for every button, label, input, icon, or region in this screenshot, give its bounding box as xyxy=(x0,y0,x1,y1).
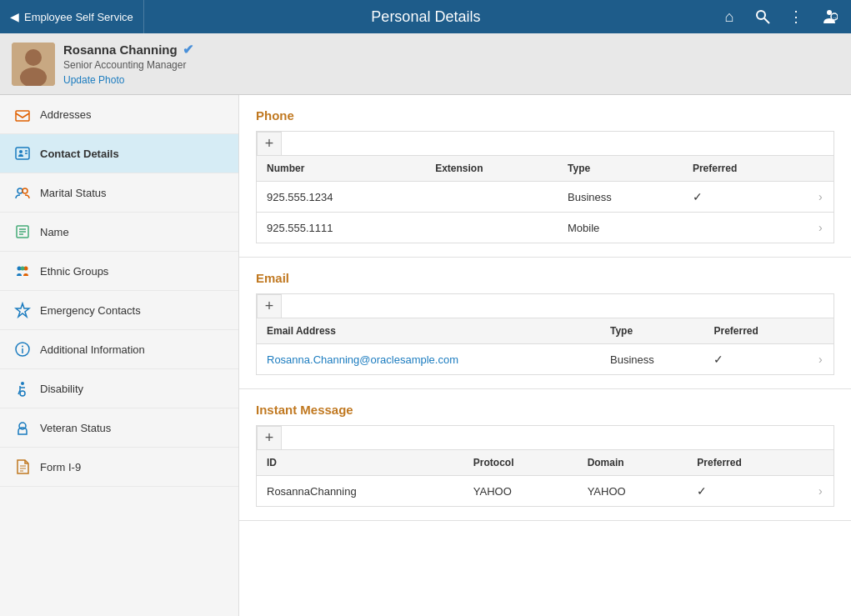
svg-point-6 xyxy=(25,49,42,66)
email-table-wrapper: Email Address Type Preferred Rosanna.Cha… xyxy=(256,318,834,375)
contact-details-icon xyxy=(13,144,32,163)
email-table: Email Address Type Preferred Rosanna.Cha… xyxy=(257,318,833,374)
phone-chevron-1: › xyxy=(808,182,833,213)
sidebar-item-name[interactable]: Name xyxy=(0,213,238,252)
user-area: Rosanna Channing ✔ Senior Accounting Man… xyxy=(0,33,851,95)
sidebar-item-disability[interactable]: Disability xyxy=(0,369,238,408)
im-domain-1: YAHOO xyxy=(578,476,688,507)
page-title: Personal Details xyxy=(144,8,708,26)
avatar xyxy=(12,43,55,86)
phone-chevron-2: › xyxy=(808,213,833,243)
phone-add-button[interactable]: + xyxy=(257,132,282,155)
email-col-type: Type xyxy=(600,318,703,344)
email-type-1: Business xyxy=(600,344,703,375)
im-col-id: ID xyxy=(257,450,463,476)
svg-point-0 xyxy=(757,11,765,19)
email-col-action xyxy=(808,318,833,344)
phone-section-title: Phone xyxy=(256,108,834,123)
email-address-1: Rosanna.Channing@oraclesample.com xyxy=(257,344,600,375)
phone-row-1[interactable]: 925.555.1234 Business ✓ › xyxy=(257,182,833,213)
header-icons: ⌂ ⋮ → xyxy=(708,2,851,32)
main-layout: Addresses Contact Details xyxy=(0,95,851,616)
svg-point-13 xyxy=(18,188,23,193)
phone-col-extension: Extension xyxy=(425,156,558,182)
im-add-button-wrapper: + xyxy=(256,425,834,449)
phone-section: Phone + Number Extension Type Preferred xyxy=(239,95,851,258)
veteran-status-label: Veteran Status xyxy=(40,422,111,434)
disability-label: Disability xyxy=(40,383,83,395)
sidebar-item-additional-information[interactable]: Additional Information xyxy=(0,330,238,369)
im-chevron-1: › xyxy=(808,476,833,507)
sidebar: Addresses Contact Details xyxy=(0,95,239,616)
svg-point-14 xyxy=(23,188,28,193)
email-add-button[interactable]: + xyxy=(257,294,282,318)
email-row-1[interactable]: Rosanna.Channing@oraclesample.com Busine… xyxy=(257,344,833,375)
ethnic-groups-icon xyxy=(13,262,32,280)
sidebar-item-emergency-contacts[interactable]: Emergency Contacts xyxy=(0,291,238,330)
home-button[interactable]: ⌂ xyxy=(714,2,744,32)
svg-point-25 xyxy=(21,382,24,385)
im-protocol-1: YAHOO xyxy=(463,476,578,507)
sidebar-item-veteran-status[interactable]: Veteran Status xyxy=(0,408,238,448)
im-col-preferred: Preferred xyxy=(687,450,808,476)
im-col-action xyxy=(808,450,833,476)
im-row-1[interactable]: RosannaChanning YAHOO YAHOO ✓ › xyxy=(257,476,833,507)
ethnic-groups-label: Ethnic Groups xyxy=(40,265,108,278)
emergency-contacts-label: Emergency Contacts xyxy=(40,304,141,317)
phone-col-type: Type xyxy=(558,156,683,182)
header: ◀ Employee Self Service Personal Details… xyxy=(0,0,851,33)
back-arrow-icon: ◀ xyxy=(10,10,19,23)
sidebar-item-form-i9[interactable]: Form I-9 xyxy=(0,448,238,487)
email-preferred-1: ✓ xyxy=(703,344,808,375)
svg-text:→: → xyxy=(832,15,838,21)
im-add-button[interactable]: + xyxy=(257,426,282,449)
email-add-button-wrapper: + xyxy=(256,293,834,318)
additional-information-label: Additional Information xyxy=(40,343,145,356)
search-button[interactable] xyxy=(748,2,778,32)
email-section-title: Email xyxy=(256,271,834,285)
disability-icon xyxy=(13,379,32,398)
svg-point-21 xyxy=(21,267,25,271)
sidebar-item-marital-status[interactable]: Marital Status xyxy=(0,173,238,213)
form-i9-icon xyxy=(13,458,32,476)
phone-preferred-2 xyxy=(683,213,808,243)
svg-point-10 xyxy=(19,150,23,153)
phone-row-2[interactable]: 925.555.1111 Mobile › xyxy=(257,213,833,243)
back-button[interactable]: ◀ Employee Self Service xyxy=(0,0,144,33)
im-id-1: RosannaChanning xyxy=(257,476,463,507)
im-col-protocol: Protocol xyxy=(463,450,578,476)
svg-rect-8 xyxy=(16,111,29,121)
phone-type-2: Mobile xyxy=(558,213,683,243)
instant-message-section-title: Instant Message xyxy=(256,403,834,417)
more-options-button[interactable]: ⋮ xyxy=(781,2,811,32)
addresses-label: Addresses xyxy=(40,108,91,121)
addresses-icon xyxy=(13,105,32,123)
phone-number-2: 925.555.1111 xyxy=(257,213,425,243)
sidebar-item-addresses[interactable]: Addresses xyxy=(0,95,238,134)
im-header-row: ID Protocol Domain Preferred xyxy=(257,450,833,476)
phone-col-preferred: Preferred xyxy=(683,156,808,182)
veteran-status-icon xyxy=(13,418,32,437)
svg-line-1 xyxy=(764,18,769,23)
im-col-domain: Domain xyxy=(578,450,688,476)
svg-point-26 xyxy=(20,391,25,396)
phone-table: Number Extension Type Preferred 925.555.… xyxy=(257,156,833,243)
im-table-wrapper: ID Protocol Domain Preferred RosannaChan… xyxy=(256,449,834,507)
profile-button[interactable]: → xyxy=(814,2,844,32)
im-preferred-1: ✓ xyxy=(687,476,808,507)
contact-details-label: Contact Details xyxy=(40,148,119,160)
content-area: Phone + Number Extension Type Preferred xyxy=(239,95,851,616)
instant-message-section: Instant Message + ID Protocol Domain Pre… xyxy=(239,389,851,521)
email-section: Email + Email Address Type Preferred xyxy=(239,258,851,389)
phone-col-action xyxy=(808,156,833,182)
sidebar-item-contact-details[interactable]: Contact Details xyxy=(0,134,238,173)
marital-status-icon xyxy=(13,183,32,202)
sidebar-item-ethnic-groups[interactable]: Ethnic Groups xyxy=(0,252,238,291)
phone-table-wrapper: Number Extension Type Preferred 925.555.… xyxy=(256,155,834,243)
marital-status-label: Marital Status xyxy=(40,187,106,199)
phone-add-button-wrapper: + xyxy=(256,131,834,155)
user-full-name: Rosanna Channing xyxy=(63,43,178,57)
update-photo-link[interactable]: Update Photo xyxy=(63,74,124,86)
user-name-row: Rosanna Channing ✔ xyxy=(63,42,839,58)
emergency-contacts-icon xyxy=(13,301,32,319)
